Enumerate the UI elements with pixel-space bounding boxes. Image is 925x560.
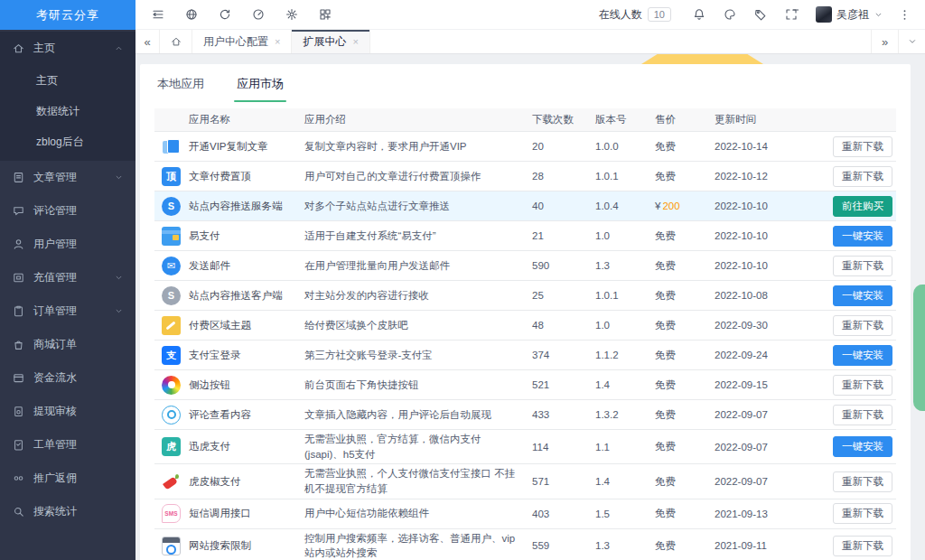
recharge-icon — [12, 271, 25, 285]
comment-icon — [12, 204, 25, 218]
app-action-button[interactable]: 重新下载 — [833, 315, 892, 336]
table-row: 顶文章付费置顶用户可对自己的文章进行付费置顶操作281.0.1免费2022-10… — [154, 162, 896, 191]
apps-icon — [318, 7, 332, 22]
page-tab-label: 扩展中心 — [303, 34, 346, 50]
collapse-button[interactable] — [141, 0, 174, 30]
sidebar-item[interactable]: 商城订单 — [0, 328, 135, 361]
app-name: 迅虎支付 — [189, 440, 304, 453]
globe-button[interactable] — [174, 0, 208, 30]
main-area: 在线人数 10 吴彦祖 « 用户中心配置×扩展中心× » 本地应用应用市场 应用 — [135, 0, 925, 560]
more-options-button[interactable] — [892, 0, 916, 30]
apps-button[interactable] — [308, 0, 341, 30]
chevron-up-icon — [114, 43, 124, 53]
app-icon: SMS — [162, 504, 181, 523]
bell-button[interactable] — [684, 0, 715, 30]
app-description: 前台页面右下角快捷按钮 — [304, 378, 532, 393]
app-action-cell: 前往购买 — [827, 196, 896, 217]
app-icon — [162, 537, 181, 555]
sidebar-item-label: 评论管理 — [33, 203, 77, 219]
sidebar-item[interactable]: 推广返佣 — [0, 462, 135, 495]
app-description: 复制文章内容时，要求用户开通VIP — [304, 139, 532, 154]
column-header: 版本号 — [595, 113, 655, 126]
sidebar-item[interactable]: 主页 — [0, 32, 135, 65]
close-icon[interactable]: × — [352, 36, 358, 47]
app-updated: 2022-10-10 — [715, 230, 827, 241]
sidebar-item[interactable]: 资金流水 — [0, 361, 135, 395]
sidebar-item[interactable]: 评论管理 — [0, 194, 135, 228]
app-source-tab[interactable]: 本地应用 — [154, 76, 207, 102]
app-name: 虎皮椒支付 — [189, 475, 304, 489]
ticket-icon — [12, 438, 25, 452]
sidebar-item-label: 主页 — [33, 41, 55, 56]
sidebar-item-label: 推广返佣 — [33, 471, 77, 486]
app-icon — [162, 376, 181, 395]
page-tab[interactable]: 用户中心配置× — [192, 30, 292, 53]
sidebar-subitem[interactable]: zblog后台 — [0, 126, 135, 157]
dashboard-button[interactable] — [241, 0, 275, 30]
app-action-button[interactable]: 一键安装 — [833, 285, 892, 306]
app-description: 在用户管理批量向用户发送邮件 — [304, 258, 532, 274]
app-price: 免费 — [655, 408, 715, 422]
sidebar-item[interactable]: 提现审核 — [0, 395, 135, 428]
app-icon: 支 — [162, 346, 181, 365]
tabs-scroll-right-button[interactable]: » — [871, 30, 898, 53]
app-action-button[interactable]: 一键安装 — [833, 436, 892, 457]
app-updated: 2022-09-30 — [715, 320, 827, 331]
table-row: 评论查看内容文章插入隐藏内容，用户评论后自动展现4331.3.2免费2022-0… — [154, 400, 896, 430]
app-action-button[interactable]: 前往购买 — [833, 196, 892, 217]
page-tab[interactable]: 扩展中心× — [292, 30, 369, 53]
sidebar-item-label: 资金流水 — [33, 370, 77, 386]
app-updated: 2022-09-24 — [715, 350, 827, 360]
sidebar-item[interactable]: 充值管理 — [0, 261, 135, 294]
sidebar-subitem[interactable]: 主页 — [0, 65, 135, 96]
app-action-button[interactable]: 重新下载 — [833, 405, 892, 425]
app-action-button[interactable]: 重新下载 — [833, 166, 892, 187]
app-action-button[interactable]: 重新下载 — [833, 503, 892, 524]
app-action-button[interactable]: 重新下载 — [833, 256, 892, 276]
online-users-count: 10 — [648, 7, 671, 22]
app-action-cell: 重新下载 — [827, 375, 896, 396]
fullscreen-button[interactable] — [776, 0, 807, 30]
app-action-cell: 重新下载 — [827, 405, 896, 425]
refresh-button[interactable] — [208, 0, 241, 30]
app-downloads: 114 — [532, 442, 595, 453]
app-action-button[interactable]: 一键安装 — [833, 345, 892, 366]
table-row: 付费区域主题给付费区域换个皮肤吧481.0免费2022-09-30重新下载 — [154, 311, 896, 341]
close-icon[interactable]: × — [275, 36, 280, 47]
sidebar-item[interactable]: 文章管理 — [0, 161, 135, 194]
sidebar-item-label: 商城订单 — [33, 337, 77, 352]
app-name: 评论查看内容 — [189, 408, 304, 422]
app-action-button[interactable]: 一键安装 — [833, 226, 892, 247]
app-price: 免费 — [655, 170, 715, 183]
app-action-cell: 一键安装 — [827, 436, 896, 457]
app-source-tab[interactable]: 应用市场 — [234, 76, 286, 102]
collapse-icon — [151, 7, 165, 22]
tag-button[interactable] — [745, 0, 776, 30]
sidebar-subitem[interactable]: 数据统计 — [0, 96, 135, 126]
app-action-button[interactable]: 重新下载 — [833, 471, 892, 492]
home-tab-button[interactable] — [160, 30, 192, 53]
sidebar-item[interactable]: 订单管理 — [0, 294, 135, 328]
search-icon — [12, 505, 25, 518]
app-updated: 2022-10-12 — [715, 171, 827, 182]
app-action-button[interactable]: 重新下载 — [833, 536, 892, 556]
app-version: 1.1.2 — [595, 350, 655, 360]
app-logo: 考研云分享 — [0, 0, 135, 30]
app-action-button[interactable]: 重新下载 — [833, 375, 892, 396]
sidebar-item-label: 用户管理 — [33, 237, 77, 252]
settings-button[interactable] — [275, 0, 308, 30]
sidebar-item[interactable]: 用户管理 — [0, 228, 135, 261]
user-menu[interactable]: 吴彦祖 — [816, 6, 883, 23]
theme-button[interactable] — [715, 0, 745, 30]
app-version: 1.1 — [595, 442, 655, 453]
tabs-scroll-left-button[interactable]: « — [135, 30, 160, 53]
app-action-button[interactable]: 重新下载 — [833, 136, 892, 157]
app-price: 免费 — [655, 289, 715, 303]
promo-icon — [12, 471, 25, 485]
user-icon — [12, 238, 25, 251]
sidebar-item[interactable]: 工单管理 — [0, 428, 135, 462]
sidebar-item[interactable]: 搜索统计 — [0, 495, 135, 528]
app-version: 1.0 — [595, 230, 655, 241]
app-version: 1.3 — [595, 540, 655, 551]
tabs-dropdown-button[interactable] — [898, 30, 925, 53]
